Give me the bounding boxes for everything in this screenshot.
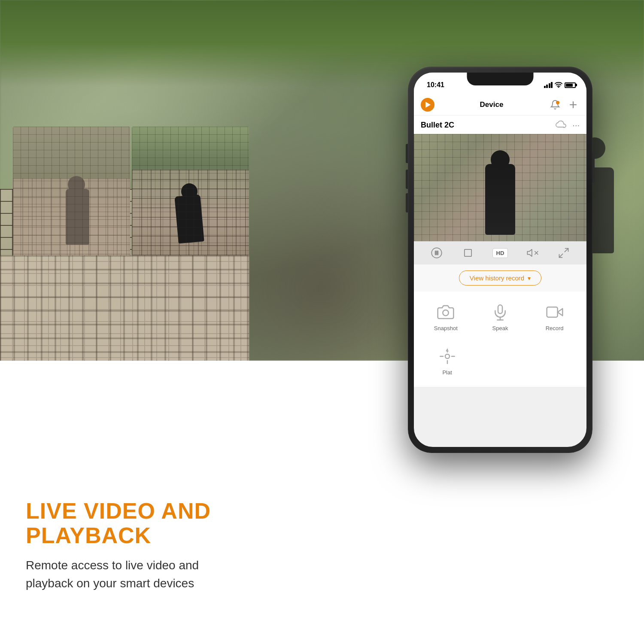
history-section: View history record ▾	[414, 264, 586, 292]
video-feed	[414, 134, 586, 241]
person-in-video	[485, 164, 515, 235]
more-icon[interactable]: ···	[572, 120, 580, 130]
device-icons: ···	[555, 120, 580, 131]
status-time: 10:41	[427, 81, 444, 89]
phone-mockup: 10:41	[408, 67, 592, 453]
nav-bar: Device	[414, 94, 586, 115]
signal-bar-1	[544, 86, 546, 88]
nav-right-icons	[549, 98, 580, 111]
svg-point-13	[443, 310, 449, 316]
svg-point-1	[556, 101, 559, 104]
thumbnail-2	[132, 127, 249, 255]
camera-icon	[436, 303, 455, 322]
view-history-button[interactable]: View history record ▾	[459, 270, 541, 286]
speak-label: Speak	[492, 325, 508, 331]
signal-bar-2	[546, 85, 548, 88]
cloud-icon[interactable]	[555, 120, 566, 131]
device-name: Bullet 2C	[421, 121, 454, 130]
video-icon	[545, 303, 564, 322]
svg-point-0	[558, 87, 559, 88]
signal-icon	[544, 82, 553, 88]
svg-rect-6	[437, 251, 438, 255]
record-action[interactable]: Record	[529, 298, 580, 336]
status-icons	[544, 82, 576, 89]
fullscreen-button[interactable]	[556, 246, 571, 260]
svg-rect-7	[465, 249, 471, 256]
play-button[interactable]	[421, 98, 434, 112]
notification-icon[interactable]	[549, 98, 562, 111]
nav-title: Device	[480, 100, 504, 109]
svg-point-19	[445, 354, 450, 358]
signal-bar-3	[549, 83, 550, 88]
stop-button[interactable]	[461, 246, 475, 260]
svg-marker-17	[557, 309, 562, 316]
bottom-fence	[0, 255, 249, 361]
actions-grid: Snapshot	[414, 292, 586, 343]
hd-badge[interactable]: HD	[492, 248, 508, 258]
history-arrow-icon: ▾	[528, 275, 531, 282]
pause-button[interactable]	[429, 246, 444, 260]
svg-line-11	[565, 249, 568, 252]
play-icon	[425, 102, 431, 108]
device-card: Bullet 2C ···	[414, 115, 586, 387]
signal-bar-4	[551, 82, 553, 88]
actions-grid-2: Plat	[414, 343, 586, 387]
record-label: Record	[546, 325, 564, 331]
phone-notch	[467, 73, 534, 85]
mute-button[interactable]	[525, 246, 540, 260]
ptz-icon	[438, 347, 457, 366]
person-head	[491, 150, 510, 169]
add-icon[interactable]	[567, 98, 580, 111]
video-controls: HD	[414, 241, 586, 264]
thumbnail-1	[13, 127, 130, 255]
wifi-icon	[555, 82, 562, 89]
plat-action[interactable]: Plat	[421, 343, 474, 380]
history-button-label: View history record	[470, 274, 524, 282]
svg-rect-5	[435, 251, 436, 255]
svg-marker-8	[527, 249, 532, 256]
snapshot-action[interactable]: Snapshot	[421, 298, 471, 336]
battery-fill	[566, 84, 573, 87]
camera-thumbnails	[13, 127, 249, 255]
phone-outer-shell: 10:41	[408, 67, 592, 453]
svg-rect-14	[498, 305, 502, 313]
svg-line-12	[559, 254, 563, 257]
subtext: Remote access to live video and playback…	[26, 556, 249, 592]
plat-label: Plat	[442, 369, 452, 376]
phone-screen: 10:41	[414, 73, 586, 447]
device-header: Bullet 2C ···	[414, 115, 586, 134]
microphone-icon	[491, 303, 510, 322]
snapshot-label: Snapshot	[434, 325, 458, 331]
page-wrapper: LIVE VIDEO AND PLAYBACK Remote access to…	[0, 0, 644, 644]
headline: LIVE VIDEO AND PLAYBACK	[26, 499, 249, 548]
text-content: LIVE VIDEO AND PLAYBACK Remote access to…	[26, 499, 249, 592]
battery-icon	[565, 82, 576, 88]
svg-rect-18	[547, 307, 557, 317]
speak-action[interactable]: Speak	[475, 298, 526, 336]
